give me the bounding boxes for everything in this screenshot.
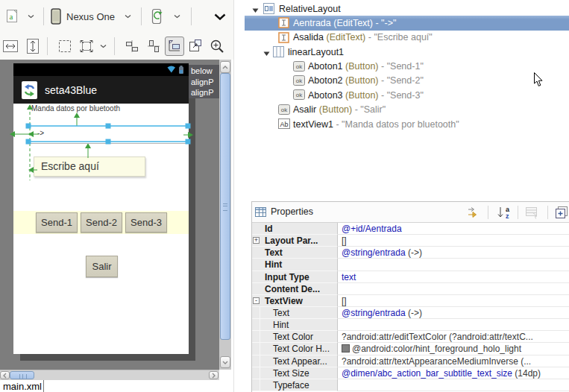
canvas-vertical-scrollbar[interactable]	[219, 60, 231, 370]
device-dropdown-icon[interactable]	[125, 14, 131, 19]
app-icon	[22, 81, 37, 99]
toolbar-overflow-icon[interactable]	[214, 13, 226, 20]
config-dropdown-icon[interactable]	[28, 14, 34, 19]
property-value[interactable]	[338, 379, 569, 391]
canvas-horizontal-scrollbar[interactable]	[0, 370, 219, 380]
property-label[interactable]: Input Type	[252, 271, 338, 283]
layout-editor-toolbar-tools	[0, 33, 233, 60]
expand-dropdown-icon[interactable]	[100, 44, 107, 48]
property-label[interactable]: Content De...	[252, 283, 338, 295]
property-row-hint: Hint	[252, 259, 569, 271]
scroll-right-button[interactable]	[209, 371, 219, 379]
scroll-left-button[interactable]	[0, 371, 10, 379]
phone-content: Manda datos por bluetooth -> Escribe aqu…	[13, 104, 189, 354]
property-value[interactable]: ?android:attr/editTextColor (?android:at…	[338, 331, 569, 343]
property-label[interactable]: Id	[252, 223, 338, 235]
expand-sections-icon[interactable]	[555, 206, 568, 222]
outline-row-Aboton2[interactable]: okAboton2 (Button) - "Send-2"	[245, 74, 569, 88]
property-label[interactable]: Text	[252, 247, 338, 259]
property-value[interactable]: @string/entrada (->)	[338, 247, 569, 259]
expand-button[interactable]	[78, 38, 95, 54]
tab-main-xml[interactable]: main.xml	[3, 381, 42, 392]
fill-height-button[interactable]	[25, 38, 41, 54]
expand-triangle-icon[interactable]	[263, 48, 270, 59]
property-value[interactable]: []	[338, 235, 569, 247]
outline-panel: RelativeLayoutAentrada (EditText) - "->"…	[233, 0, 569, 392]
fill-width-button[interactable]	[2, 38, 19, 54]
svg-text:ok: ok	[296, 78, 303, 84]
property-value[interactable]: []	[338, 295, 569, 307]
textview-widget[interactable]: Manda datos por bluetooth	[31, 104, 120, 113]
orientation-icon[interactable]	[150, 8, 163, 25]
property-label[interactable]: +Layout Par...	[252, 235, 338, 247]
outline-row-RelativeLayout[interactable]: RelativeLayout	[245, 1, 569, 16]
salida-edittext-widget[interactable]: Escribe aquí	[34, 157, 145, 177]
outline-row-linearLayout1[interactable]: linearLayout1	[245, 45, 569, 59]
property-value[interactable]	[338, 283, 569, 295]
outline-row-Aboton3[interactable]: okAboton3 (Button) - "Send-3"	[245, 88, 569, 102]
layout-canvas: seta43Blue Manda datos por bluetooth -> …	[0, 60, 219, 370]
property-label[interactable]: Text Color H...	[252, 343, 338, 355]
outline-row-Aboton1[interactable]: okAboton1 (Button) - "Send-1"	[245, 60, 569, 74]
sort-alphabetically-icon[interactable]: az	[497, 206, 512, 222]
property-label[interactable]: -TextView	[252, 295, 338, 307]
property-value[interactable]	[338, 319, 569, 331]
outline-row-textView1[interactable]: AbtextView1 - "Manda datos por bluetooth…	[245, 117, 569, 131]
show-advanced-properties-icon[interactable]	[467, 206, 482, 222]
send-button-widget-2[interactable]: Send-2	[81, 212, 122, 233]
send-button-widget-1[interactable]: Send-1	[36, 212, 78, 233]
property-label[interactable]: Hint	[252, 319, 338, 331]
property-row-typeface: Typeface	[252, 379, 569, 391]
property-label[interactable]: Text	[252, 307, 338, 319]
scroll-up-button[interactable]	[220, 61, 230, 73]
device-selector[interactable]: Nexus One	[66, 11, 115, 22]
snap-button-pressed[interactable]	[165, 37, 184, 56]
color-swatch	[342, 344, 350, 353]
property-value[interactable]	[338, 259, 569, 271]
outline-node-value: - "Manda datos por bluetooth"	[333, 119, 459, 130]
property-value[interactable]: text	[338, 271, 569, 283]
scroll-down-button[interactable]	[220, 356, 230, 368]
property-row-textview: -TextView[]	[252, 295, 569, 307]
device-icon[interactable]	[51, 8, 61, 25]
property-value[interactable]: ?android:attr/textAppearanceMediumInvers…	[338, 355, 569, 367]
collapse-icon[interactable]: -	[253, 297, 260, 304]
config-file-icon[interactable]: a	[6, 9, 19, 24]
salir-button-widget[interactable]: Salir	[86, 256, 118, 277]
outline-row-Asalir[interactable]: okAsalir (Button) - "Salir"	[245, 103, 569, 117]
property-label[interactable]: Text Color	[252, 331, 338, 343]
tooltip-line: alignP	[191, 77, 219, 88]
include-button[interactable]	[187, 38, 204, 54]
properties-panel: Properties az Id@+id/Aentrada+Layout Par…	[251, 201, 569, 392]
outline-row-Asalida[interactable]: Asalida (EditText) - "Escribe aquí"	[245, 31, 569, 45]
property-value[interactable]: @dimen/abc_action_bar_subtitle_text_size…	[338, 367, 569, 379]
outline-node-type: (Button)	[345, 61, 378, 72]
outline-row-Aentrada[interactable]: Aentrada (EditText) - "->"	[245, 16, 569, 30]
vertical-scroll-thumb[interactable]	[220, 73, 230, 340]
property-label[interactable]: Text Size	[252, 367, 338, 379]
zoom-in-button[interactable]	[209, 38, 225, 54]
linearlayout-widget[interactable]: Send-1Send-2Send-3	[13, 211, 189, 234]
property-value[interactable]: @string/entrada (->)	[338, 307, 569, 319]
property-value[interactable]: @android:color/hint_foreground_holo_ligh…	[338, 343, 569, 355]
align-button-2[interactable]	[145, 38, 162, 54]
property-row-hint: Hint	[252, 319, 569, 331]
expand-icon[interactable]: +	[253, 237, 260, 244]
outline-node-name: RelativeLayout	[279, 4, 341, 14]
entrada-edittext-widget[interactable]: ->	[37, 129, 44, 137]
margins-button[interactable]	[57, 38, 73, 54]
outline-node-name: Asalida	[293, 32, 324, 42]
horizontal-scroll-thumb[interactable]	[10, 371, 34, 379]
property-value[interactable]: @+id/Aentrada	[338, 223, 569, 235]
property-label[interactable]: Typeface	[252, 379, 338, 391]
restore-default-icon	[525, 206, 540, 222]
send-button-widget-3[interactable]: Send-3	[125, 212, 167, 233]
align-button-1[interactable]	[124, 38, 140, 54]
phone-action-bar: seta43Blue	[13, 76, 189, 104]
property-label[interactable]: Hint	[252, 259, 338, 271]
properties-title: Properties	[271, 206, 313, 217]
orientation-dropdown-icon[interactable]	[174, 14, 180, 19]
property-row-text-size: Text Size@dimen/abc_action_bar_subtitle_…	[252, 367, 569, 379]
expand-triangle-icon[interactable]	[252, 5, 259, 16]
property-label[interactable]: Text Appear...	[252, 355, 338, 367]
